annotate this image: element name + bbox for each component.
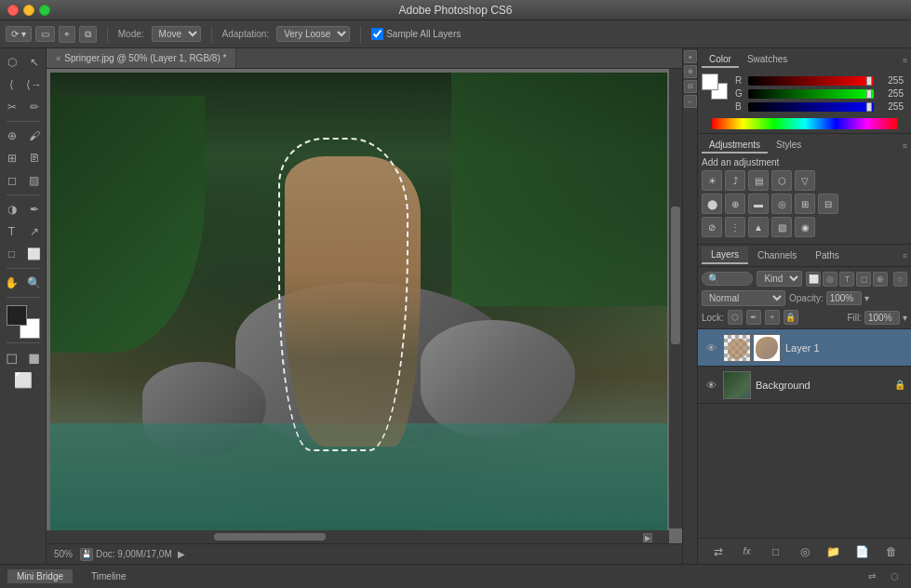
side-strip-btn2[interactable]: ⊕ xyxy=(684,65,697,78)
tab-mini-bridge[interactable]: Mini Bridge xyxy=(7,569,73,583)
gradient-tool[interactable]: ▨ xyxy=(24,170,45,191)
layers-filter-select[interactable]: Kind xyxy=(757,271,802,287)
layer-item-1[interactable]: 👁 Background 🔒 xyxy=(698,367,911,404)
scrollbar-thumb-vertical[interactable] xyxy=(671,207,680,344)
filter-shape[interactable]: ◻ xyxy=(856,272,871,287)
rect-shape-tool[interactable]: ⬜ xyxy=(24,244,45,264)
canvas-scrollbar-horizontal[interactable]: ▶ xyxy=(47,530,669,543)
canvas-viewport[interactable]: ▶ xyxy=(47,69,682,543)
adj-layer-btn[interactable]: ◎ xyxy=(796,542,814,561)
eraser-tool[interactable]: ◻ xyxy=(2,170,22,191)
filter-pixel[interactable]: ⬜ xyxy=(806,272,821,287)
adj-bw[interactable]: ▬ xyxy=(748,194,769,214)
fg-swatch[interactable] xyxy=(702,74,718,90)
move-tool[interactable]: ↖ xyxy=(24,52,45,73)
fill-value[interactable]: 100% xyxy=(864,311,900,325)
side-strip-btn1[interactable]: ≡ xyxy=(684,50,697,63)
toolbar-rect-btn[interactable]: ▭ xyxy=(35,26,55,42)
adj-selective-color[interactable]: ◉ xyxy=(795,217,815,237)
adaptation-select[interactable]: Very Loose xyxy=(276,26,350,42)
hand-tool[interactable]: ✋ xyxy=(2,273,22,293)
adj-threshold[interactable]: ▲ xyxy=(748,217,769,237)
healing-brush-tool[interactable]: ⊕ xyxy=(2,126,22,146)
new-layer-btn[interactable]: 📄 xyxy=(853,542,872,561)
blend-mode-select[interactable]: Normal xyxy=(702,290,785,306)
clone-stamp-tool[interactable]: ⊞ xyxy=(2,148,22,168)
adj-channel-mixer[interactable]: ⊞ xyxy=(795,194,815,214)
color-swatches-box[interactable] xyxy=(702,74,728,100)
fx-btn[interactable]: fx xyxy=(738,542,757,561)
filter-toggle[interactable]: ○ xyxy=(893,272,907,287)
foreground-color-box[interactable] xyxy=(7,305,27,326)
layer-1-visibility[interactable]: 👁 xyxy=(703,378,718,393)
side-strip-btn3[interactable]: ⊟ xyxy=(684,80,697,93)
r-slider[interactable] xyxy=(748,76,874,86)
filter-adj[interactable]: ◎ xyxy=(823,272,837,287)
layer-item-0[interactable]: 👁 Layer 1 xyxy=(698,329,911,367)
canvas-scrollbar-vertical[interactable] xyxy=(669,69,682,528)
filter-smart[interactable]: ⊕ xyxy=(873,272,888,287)
lasso-tool[interactable]: ⟨ xyxy=(2,74,22,95)
tab-layers[interactable]: Layers xyxy=(702,247,748,264)
filter-type[interactable]: T xyxy=(839,272,854,287)
b-slider-thumb[interactable] xyxy=(866,102,872,112)
doc-arrow-icon[interactable]: ▶ xyxy=(175,548,188,561)
tab-channels[interactable]: Channels xyxy=(748,247,806,263)
tab-paths[interactable]: Paths xyxy=(806,247,849,263)
zoom-tool[interactable]: 🔍 xyxy=(24,273,45,293)
toolbar-move-btn[interactable]: ⌖ xyxy=(59,26,75,43)
color-panel-collapse[interactable]: ≡ xyxy=(903,56,907,65)
lock-transparent[interactable]: ⬡ xyxy=(728,310,743,325)
quick-save-icon[interactable]: 💾 xyxy=(80,548,93,561)
scrollbar-corner[interactable]: ▶ xyxy=(643,533,652,542)
adj-exposure[interactable]: ⬡ xyxy=(771,170,792,191)
tab-swatches[interactable]: Swatches xyxy=(740,52,795,68)
bottom-icon-2[interactable]: ⬡ xyxy=(885,568,904,586)
normal-mode-btn[interactable]: ◻ xyxy=(2,347,22,368)
layer-0-visibility[interactable]: 👁 xyxy=(703,341,718,355)
side-strip-btn4[interactable]: ↔ xyxy=(684,95,697,108)
color-spectrum-bar[interactable] xyxy=(712,118,898,129)
pen-tool[interactable]: ✒ xyxy=(24,199,45,220)
path-select-tool[interactable]: ↗ xyxy=(24,221,45,242)
scrollbar-thumb-horizontal[interactable] xyxy=(214,533,326,541)
history-brush-tool[interactable]: 🖹 xyxy=(24,148,45,168)
shape-tool[interactable]: □ xyxy=(2,244,22,264)
add-mask-btn[interactable]: □ xyxy=(767,542,785,561)
tab-styles[interactable]: Styles xyxy=(769,138,809,154)
delete-layer-btn[interactable]: 🗑 xyxy=(882,542,901,561)
adj-posterize[interactable]: ⋮ xyxy=(725,217,745,237)
adj-color-lookup[interactable]: ⊟ xyxy=(818,194,838,214)
link-layers-btn[interactable]: ⇄ xyxy=(709,542,728,561)
tab-adjustments[interactable]: Adjustments xyxy=(702,138,768,154)
g-slider-thumb[interactable] xyxy=(866,89,872,99)
r-slider-thumb[interactable] xyxy=(866,76,872,86)
layers-search[interactable]: 🔍 xyxy=(702,272,753,286)
magic-wand-tool[interactable]: ⟨→ xyxy=(24,74,45,95)
b-slider[interactable] xyxy=(748,102,874,112)
mode-select[interactable]: Move xyxy=(152,26,201,42)
layers-list[interactable]: 👁 Layer 1 👁 Background xyxy=(698,329,911,538)
opacity-value[interactable]: 100% xyxy=(826,291,862,305)
close-button[interactable] xyxy=(7,5,19,16)
bottom-icon-1[interactable]: ⇄ xyxy=(863,568,881,586)
minimize-button[interactable] xyxy=(23,5,34,16)
lock-position[interactable]: + xyxy=(765,310,780,325)
toolbar-tools-btn[interactable]: ⟳ ▾ xyxy=(6,26,32,42)
adj-invert[interactable]: ⊘ xyxy=(702,217,722,237)
toolbar-copy-btn[interactable]: ⧉ xyxy=(79,26,97,43)
adj-photo-filter[interactable]: ◎ xyxy=(771,194,792,214)
tab-close-icon[interactable]: × xyxy=(56,54,60,63)
maximize-button[interactable] xyxy=(39,5,50,16)
new-group-btn[interactable]: 📁 xyxy=(824,542,843,561)
g-slider[interactable] xyxy=(748,89,874,99)
opacity-arrow[interactable]: ▾ xyxy=(864,293,869,303)
adj-color-balance[interactable]: ⊕ xyxy=(725,194,745,214)
layers-panel-collapse[interactable]: ≡ xyxy=(903,251,907,261)
tab-color[interactable]: Color xyxy=(702,52,739,68)
adj-panel-collapse[interactable]: ≡ xyxy=(903,141,907,151)
document-tab[interactable]: × Springer.jpg @ 50% (Layer 1, RGB/8) * xyxy=(47,48,236,68)
color-selector[interactable] xyxy=(7,305,40,339)
adj-brightness[interactable]: ☀ xyxy=(702,170,722,191)
selection-tool[interactable]: ⬡ xyxy=(2,52,22,73)
